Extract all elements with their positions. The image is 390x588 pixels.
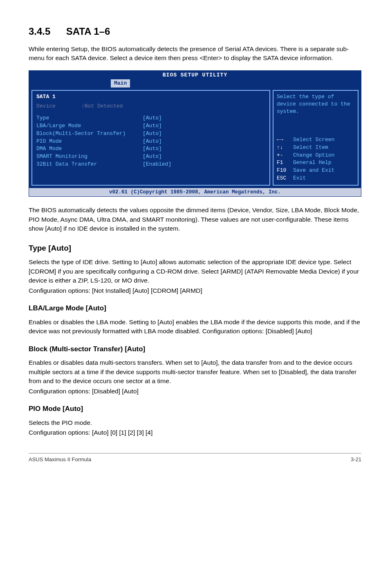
bios-key-label: General Help xyxy=(293,159,332,167)
bios-row-label: PIO Mode xyxy=(36,138,143,146)
arrow-ud-icon: ↑↓ xyxy=(277,144,293,152)
pio-heading: PIO Mode [Auto] xyxy=(29,404,361,414)
lba-heading: LBA/Large Mode [Auto] xyxy=(29,303,361,314)
bios-device-row: Device :Not Detected xyxy=(36,103,265,110)
bios-row-value: [Auto] xyxy=(143,138,162,146)
bios-row[interactable]: DMA Mode [Auto] xyxy=(36,145,265,153)
bios-row-value: [Auto] xyxy=(143,122,162,130)
bios-row[interactable]: Block(Multi-Sector Transfer) [Auto] xyxy=(36,130,265,138)
bios-row-label: Block(Multi-Sector Transfer) xyxy=(36,130,143,138)
type-heading: Type [Auto] xyxy=(29,242,361,254)
bios-device-header: SATA 1 xyxy=(36,93,265,101)
page-footer: ASUS Maximus II Formula 3-21 xyxy=(29,453,361,464)
bios-help-pane: Select the type of device connected to t… xyxy=(273,90,359,186)
plus-minus-icon: +- xyxy=(277,152,293,159)
bios-key-label: Select Screen xyxy=(293,136,334,144)
bios-row-value: [Enabled] xyxy=(143,161,171,168)
bios-key-label: Select Item xyxy=(293,144,328,152)
bios-row-label: Type xyxy=(36,114,143,122)
bios-settings-panel: SATA 1 Device :Not Detected Type [Auto] … xyxy=(31,90,270,186)
bios-tab-row: Main xyxy=(29,79,361,89)
bios-key-row: F1 General Help xyxy=(277,159,354,167)
type-paragraph: Selects the type of IDE drive. Setting t… xyxy=(29,258,361,285)
intro-paragraph: While entering Setup, the BIOS automatic… xyxy=(29,45,361,63)
bios-row-value: [Auto] xyxy=(143,153,162,161)
arrow-lr-icon: ←→ xyxy=(277,136,293,144)
bios-row-label: LBA/Large Mode xyxy=(36,122,143,130)
bios-device-value: :Not Detected xyxy=(81,103,123,110)
bios-key-label: Exit xyxy=(293,175,306,182)
bios-key-row: ESC Exit xyxy=(277,175,354,182)
bios-tab-main[interactable]: Main xyxy=(111,79,130,88)
bios-row[interactable]: PIO Mode [Auto] xyxy=(36,138,265,146)
block-config-options: Configuration options: [Disabled] [Auto] xyxy=(29,387,361,396)
bios-help-text: Select the type of device connected to t… xyxy=(277,93,354,115)
type-config-options: Configuration options: [Not Installed] [… xyxy=(29,286,361,295)
block-paragraph: Enables or disables data multi-sectors t… xyxy=(29,358,361,386)
bios-key-row: ↑↓ Select Item xyxy=(277,144,354,152)
bios-key-row: F10 Save and Exit xyxy=(277,167,354,175)
bios-key-legend: ←→ Select Screen ↑↓ Select Item +- Chang… xyxy=(277,136,354,182)
bios-row-label: DMA Mode xyxy=(36,145,143,153)
bios-title: BIOS SETUP UTILITY xyxy=(29,71,361,79)
bios-panel: BIOS SETUP UTILITY Main SATA 1 Device :N… xyxy=(29,70,361,197)
bios-key-row: ←→ Select Screen xyxy=(277,136,354,144)
bios-device-label: Device xyxy=(36,103,81,110)
bios-row[interactable]: Type [Auto] xyxy=(36,114,265,122)
bios-key: F10 xyxy=(277,167,293,175)
section-title: SATA 1–6 xyxy=(66,25,110,39)
block-heading: Block (Multi-sector Transfer) [Auto] xyxy=(29,344,361,355)
pio-paragraph: Selects the PIO mode. xyxy=(29,418,361,427)
pio-config-options: Configuration options: [Auto] [0] [1] [2… xyxy=(29,428,361,437)
bios-key: F1 xyxy=(277,159,293,167)
bios-row[interactable]: 32Bit Data Transfer [Enabled] xyxy=(36,161,265,168)
section-header: 3.4.5 SATA 1–6 xyxy=(29,25,361,39)
bios-key-label: Save and Exit xyxy=(293,167,334,175)
lba-paragraph: Enables or disables the LBA mode. Settin… xyxy=(29,318,361,336)
bios-row-value: [Auto] xyxy=(143,130,162,138)
bios-key-row: +- Change Option xyxy=(277,152,354,159)
bios-body: SATA 1 Device :Not Detected Type [Auto] … xyxy=(29,88,361,188)
footer-left: ASUS Maximus II Formula xyxy=(29,456,91,464)
bios-row-label: SMART Monitoring xyxy=(36,153,143,161)
footer-page-number: 3-21 xyxy=(351,456,361,464)
bios-row-value: [Auto] xyxy=(143,114,162,122)
bios-key-label: Change Option xyxy=(293,152,334,159)
bios-copyright: v02.61 (C)Copyright 1985-2008, American … xyxy=(29,188,361,196)
bios-key: ESC xyxy=(277,175,293,182)
after-bios-paragraph: The BIOS automatically detects the value… xyxy=(29,206,361,233)
bios-row[interactable]: LBA/Large Mode [Auto] xyxy=(36,122,265,130)
bios-row-value: [Auto] xyxy=(143,145,162,153)
bios-row-label: 32Bit Data Transfer xyxy=(36,161,143,168)
bios-row[interactable]: SMART Monitoring [Auto] xyxy=(36,153,265,161)
section-number: 3.4.5 xyxy=(29,25,50,39)
bios-left-pane: SATA 1 Device :Not Detected Type [Auto] … xyxy=(29,88,273,188)
